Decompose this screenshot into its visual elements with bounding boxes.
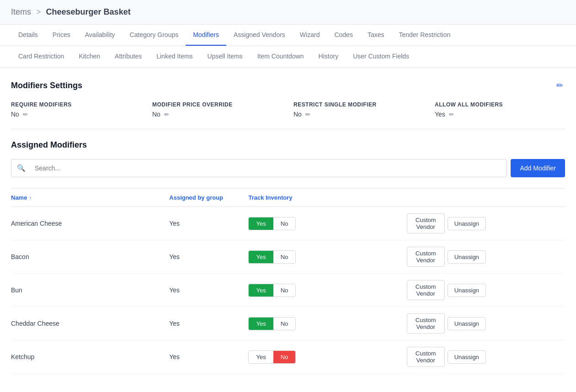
tab-modifiers[interactable]: Modifiers [186, 25, 226, 46]
search-container: 🔍 [11, 159, 507, 177]
tab-codes[interactable]: Codes [327, 25, 360, 46]
cell-actions-4: Custom Vendor Unassign [407, 347, 486, 367]
yes-toggle-2[interactable]: Yes [249, 284, 273, 297]
cell-track-4: Yes No [248, 350, 406, 364]
yes-toggle-3[interactable]: Yes [249, 318, 273, 330]
no-toggle-0[interactable]: No [273, 217, 296, 230]
section-divider [11, 129, 565, 129]
toggle-group-4: Yes No [248, 350, 296, 364]
tab-upsell-items[interactable]: Upsell Items [200, 46, 250, 67]
yes-toggle-0[interactable]: Yes [249, 217, 273, 230]
tab-linked-items[interactable]: Linked Items [149, 46, 200, 67]
unassign-button-0[interactable]: Unassign [448, 217, 486, 230]
toggle-group-2: Yes No [248, 284, 296, 297]
cell-name-4: Ketchup [11, 353, 169, 360]
setting-modifier-price-override: Modifier Price Override No ✏ [152, 101, 283, 118]
custom-vendor-button-1[interactable]: Custom Vendor [407, 247, 445, 267]
cell-assigned-1: Yes [169, 253, 248, 260]
setting-label-modifier-price-override: Modifier Price Override [152, 101, 283, 108]
cell-track-3: Yes No [248, 317, 406, 330]
table-row: Ketchup Yes Yes No Custom Vendor Unassig… [11, 340, 565, 374]
cell-name-0: American Cheese [11, 220, 169, 227]
setting-label-require-modifiers: Require Modifiers [11, 101, 141, 108]
search-icon-button[interactable]: 🔍 [11, 159, 31, 177]
setting-label-restrict-single-modifier: Restrict Single Modifier [293, 101, 424, 108]
breadcrumb-separator: > [36, 7, 41, 16]
modifiers-settings-header: Modifiers Settings ✏ [11, 79, 565, 92]
cell-actions-1: Custom Vendor Unassign [407, 247, 486, 267]
tab-item-countdown[interactable]: Item Countdown [250, 46, 311, 67]
table-row: American Cheese Yes Yes No Custom Vendor… [11, 207, 565, 240]
custom-vendor-button-0[interactable]: Custom Vendor [407, 213, 445, 233]
breadcrumb: Items > Cheeseburger Basket [11, 7, 131, 16]
breadcrumb-current: Cheeseburger Basket [46, 7, 131, 16]
cell-assigned-4: Yes [169, 353, 248, 360]
no-toggle-1[interactable]: No [273, 251, 296, 263]
tabs-row-1: DetailsPricesAvailabilityCategory Groups… [0, 25, 576, 46]
custom-vendor-button-4[interactable]: Custom Vendor [407, 347, 445, 367]
setting-edit-icon-modifier-price-override[interactable]: ✏ [164, 111, 169, 118]
breadcrumb-parent[interactable]: Items [11, 7, 31, 16]
setting-label-allow-all-modifiers: Allow All Modifiers [435, 101, 565, 108]
yes-toggle-1[interactable]: Yes [249, 251, 273, 263]
cell-assigned-3: Yes [169, 320, 248, 327]
setting-edit-icon-allow-all-modifiers[interactable]: ✏ [449, 111, 454, 118]
table-rows: American Cheese Yes Yes No Custom Vendor… [11, 207, 565, 374]
tab-assigned-vendors[interactable]: Assigned Vendors [226, 25, 293, 46]
tab-availability[interactable]: Availability [78, 25, 123, 46]
assigned-modifiers-title: Assigned Modifiers [11, 140, 565, 150]
tab-card-restriction[interactable]: Card Restriction [11, 46, 71, 67]
unassign-button-3[interactable]: Unassign [448, 317, 486, 330]
modifiers-settings-grid: Require Modifiers No ✏ Modifier Price Ov… [11, 101, 565, 118]
tab-user-custom-fields[interactable]: User Custom Fields [346, 46, 416, 67]
col-header-name[interactable]: Name ↑ [11, 194, 169, 201]
tab-wizard[interactable]: Wizard [293, 25, 327, 46]
cell-track-1: Yes No [248, 250, 406, 264]
setting-restrict-single-modifier: Restrict Single Modifier No ✏ [293, 101, 424, 118]
cell-name-2: Bun [11, 286, 169, 294]
setting-value-modifier-price-override: No ✏ [152, 111, 283, 118]
add-modifier-button[interactable]: Add Modifier [511, 159, 565, 177]
custom-vendor-button-3[interactable]: Custom Vendor [407, 313, 445, 334]
cell-name-1: Bacon [11, 253, 169, 260]
breadcrumb-bar: Items > Cheeseburger Basket [0, 0, 576, 25]
table-row: Cheddar Cheese Yes Yes No Custom Vendor … [11, 307, 565, 340]
tab-prices[interactable]: Prices [45, 25, 78, 46]
modifiers-settings-edit-button[interactable]: ✏ [555, 79, 565, 92]
col-header-track: Track Inventory [248, 194, 406, 201]
toggle-group-0: Yes No [248, 217, 296, 230]
main-content: Modifiers Settings ✏ Require Modifiers N… [0, 68, 576, 385]
toggle-group-3: Yes No [248, 317, 296, 330]
setting-value-require-modifiers: No ✏ [11, 111, 141, 118]
tab-history[interactable]: History [311, 46, 346, 67]
setting-edit-icon-require-modifiers[interactable]: ✏ [23, 111, 28, 118]
table-row: Bun Yes Yes No Custom Vendor Unassign [11, 274, 565, 307]
cell-track-2: Yes No [248, 284, 406, 297]
tab-attributes[interactable]: Attributes [107, 46, 149, 67]
cell-name-3: Cheddar Cheese [11, 320, 169, 327]
cell-actions-3: Custom Vendor Unassign [407, 313, 486, 334]
no-toggle-4[interactable]: No [273, 351, 296, 363]
toggle-group-1: Yes No [248, 250, 296, 264]
no-toggle-3[interactable]: No [273, 318, 296, 330]
unassign-button-4[interactable]: Unassign [448, 350, 486, 364]
tab-tender-restriction[interactable]: Tender Restriction [391, 25, 458, 46]
tab-kitchen[interactable]: Kitchen [71, 46, 107, 67]
search-input[interactable] [31, 160, 507, 176]
setting-require-modifiers: Require Modifiers No ✏ [11, 101, 141, 118]
custom-vendor-button-2[interactable]: Custom Vendor [407, 280, 445, 300]
unassign-button-1[interactable]: Unassign [448, 250, 486, 264]
search-add-row: 🔍 Add Modifier [11, 159, 565, 177]
tab-category-groups[interactable]: Category Groups [123, 25, 186, 46]
modifiers-settings-title: Modifiers Settings [11, 81, 82, 90]
unassign-button-2[interactable]: Unassign [448, 284, 486, 297]
yes-toggle-4[interactable]: Yes [249, 351, 273, 363]
tab-details[interactable]: Details [11, 25, 45, 46]
tab-taxes[interactable]: Taxes [360, 25, 392, 46]
cell-actions-0: Custom Vendor Unassign [407, 213, 486, 233]
cell-track-0: Yes No [248, 217, 406, 230]
setting-edit-icon-restrict-single-modifier[interactable]: ✏ [305, 111, 310, 118]
no-toggle-2[interactable]: No [273, 284, 296, 297]
setting-value-restrict-single-modifier: No ✏ [293, 111, 424, 118]
col-header-assigned: Assigned by group [169, 194, 248, 201]
